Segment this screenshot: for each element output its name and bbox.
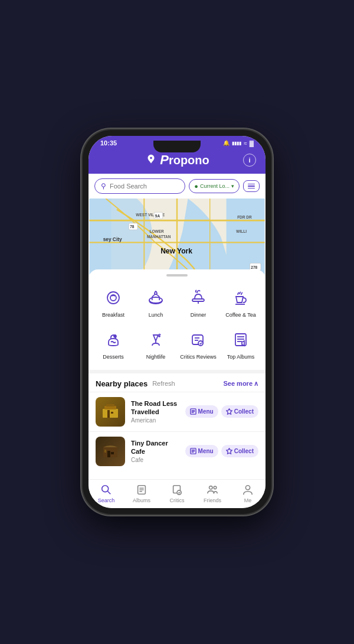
list-icon <box>248 184 255 189</box>
svg-text:LOWER: LOWER <box>150 229 164 233</box>
collect-button[interactable]: Collect <box>221 445 258 457</box>
search-icon: ⚲ <box>101 182 106 190</box>
collect-button[interactable]: Collect <box>221 405 258 418</box>
nightlife-icon <box>144 328 168 352</box>
nav-search[interactable]: Search <box>92 483 120 503</box>
svg-text:FDR DR: FDR DR <box>237 215 252 219</box>
svg-point-22 <box>107 292 119 304</box>
search-area: ⚲ ● Current Lo... ▾ <box>88 174 266 199</box>
refresh-button[interactable]: Refresh <box>152 380 175 387</box>
status-icons: 🔔 ▮▮▮▮ ≈ ▓ <box>223 140 254 147</box>
collect-icon <box>226 408 232 415</box>
see-more-button[interactable]: See more ∧ <box>223 380 258 388</box>
menu-icon <box>190 408 196 415</box>
location-button[interactable]: ● Current Lo... ▾ <box>189 179 240 193</box>
svg-text:New York: New York <box>160 247 192 255</box>
place-info: Tiny Dancer Cafe Cafe <box>131 439 179 464</box>
battery-icon: ▓ <box>250 140 254 147</box>
bottom-nav: Search Albums <box>88 479 266 508</box>
albums-nav-label: Albums <box>133 497 150 503</box>
category-grid: Breakfast Lunch <box>88 282 266 369</box>
notch <box>153 141 201 152</box>
app-header: Propono i <box>88 149 266 174</box>
search-input-container[interactable]: ⚲ <box>94 178 185 194</box>
svg-text:9A: 9A <box>155 214 160 218</box>
category-dinner[interactable]: Dinner <box>178 282 218 322</box>
menu-icon <box>190 448 196 454</box>
category-desserts[interactable]: Desserts <box>93 324 133 364</box>
status-time: 10:35 <box>100 139 117 147</box>
svg-rect-41 <box>111 412 113 414</box>
category-nightlife[interactable]: Nightlife <box>136 324 176 364</box>
albums-nav-icon <box>135 483 148 496</box>
signal-icon: ▮▮▮▮ <box>232 141 241 146</box>
place-type: American <box>131 417 179 424</box>
place-name: Tiny Dancer Cafe <box>131 439 179 456</box>
friends-nav-label: Friends <box>204 497 221 503</box>
dinner-label: Dinner <box>191 312 206 318</box>
place-item: Tiny Dancer Cafe Cafe Menu <box>88 431 266 471</box>
critics-icon <box>186 328 210 352</box>
phone-frame: 10:35 🔔 ▮▮▮▮ ≈ ▓ Propono i <box>83 130 271 514</box>
section-divider <box>88 370 266 373</box>
critics-nav-label: Critics <box>170 497 185 503</box>
svg-point-62 <box>209 486 212 489</box>
breakfast-icon <box>101 286 125 310</box>
category-albums[interactable]: Top Albums <box>221 324 261 364</box>
map-container[interactable]: WEST VILLAGE LOWER MANHATTAN sey City Ne… <box>88 199 266 275</box>
info-button[interactable]: i <box>243 154 256 167</box>
nav-albums[interactable]: Albums <box>127 483 156 503</box>
sheet-handle <box>166 274 188 277</box>
svg-rect-47 <box>107 451 110 457</box>
svg-point-30 <box>198 341 203 346</box>
app-logo: Propono <box>145 152 209 168</box>
svg-rect-48 <box>111 452 114 454</box>
chevron-down-icon: ▾ <box>231 183 234 189</box>
category-critics[interactable]: Critics Reviews <box>178 324 218 364</box>
svg-line-55 <box>107 491 110 494</box>
search-nav-label: Search <box>98 497 115 503</box>
critics-label: Critics Reviews <box>180 354 217 360</box>
place-type: Cafe <box>131 457 179 463</box>
dinner-icon <box>186 286 210 310</box>
coffee-label: Coffee & Tea <box>225 312 256 318</box>
category-coffee[interactable]: Coffee & Tea <box>221 282 261 322</box>
bell-icon: 🔔 <box>223 140 230 146</box>
wifi-icon: ≈ <box>244 140 247 147</box>
place-actions: Menu Collect <box>185 445 258 457</box>
app-name: Propono <box>160 152 209 168</box>
place-name: The Road Less Travelled <box>131 399 179 417</box>
svg-point-54 <box>102 486 109 492</box>
collect-icon <box>226 448 232 454</box>
svg-text:sey City: sey City <box>103 236 122 242</box>
logo-icon <box>145 154 158 167</box>
nav-critics[interactable]: Critics <box>163 483 191 503</box>
svg-text:278: 278 <box>251 265 257 269</box>
svg-text:MANHATTAN: MANHATTAN <box>147 235 171 239</box>
svg-rect-39 <box>106 404 114 406</box>
lunch-icon <box>144 286 168 310</box>
nearby-title: Nearby places <box>96 379 148 388</box>
menu-button[interactable]: Menu <box>185 445 218 457</box>
lunch-label: Lunch <box>149 312 163 318</box>
list-view-button[interactable] <box>243 180 260 193</box>
desserts-label: Desserts <box>103 354 124 360</box>
search-input[interactable] <box>110 183 179 190</box>
coffee-icon <box>229 286 253 310</box>
place-actions: Menu Collect <box>185 405 258 418</box>
place-thumbnail <box>96 397 125 427</box>
location-pin-icon: ● <box>194 183 198 190</box>
nav-me[interactable]: Me <box>234 483 262 503</box>
category-breakfast[interactable]: Breakfast <box>93 282 133 322</box>
menu-button[interactable]: Menu <box>185 405 218 418</box>
place-info: The Road Less Travelled American <box>131 399 179 424</box>
svg-text:WILLI: WILLI <box>236 229 247 233</box>
location-text: Current Lo... <box>200 183 230 189</box>
category-lunch[interactable]: Lunch <box>136 282 176 322</box>
svg-point-64 <box>245 486 250 490</box>
search-nav-icon <box>100 483 113 496</box>
svg-point-28 <box>159 336 160 337</box>
nav-friends[interactable]: Friends <box>198 483 227 503</box>
svg-point-61 <box>177 490 181 495</box>
svg-point-24 <box>149 297 162 303</box>
